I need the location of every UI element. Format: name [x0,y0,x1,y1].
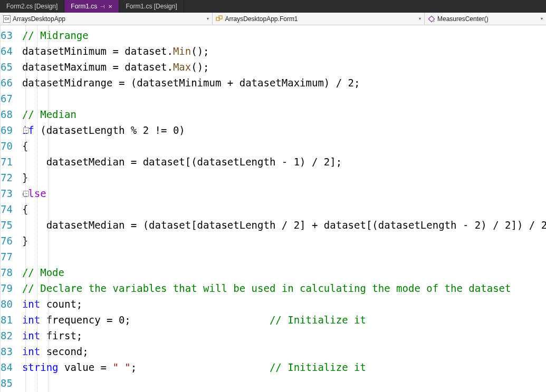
tab-label: Form1.cs [71,3,97,10]
code-line: int second; [22,344,546,359]
code-line: else [22,185,546,201]
line-number: 78 [1,264,13,280]
line-number: 73 [1,185,13,201]
line-number: 75 [1,217,13,233]
line-number: 72 [1,170,13,185]
code-line [22,375,546,391]
code-content[interactable]: // MidrangedatasetMinimum = dataset.Min(… [22,25,546,392]
line-number: 69 [1,122,13,138]
code-line: // Midrange [22,27,546,43]
line-number: 71 [1,154,13,170]
tab-label: Form1.cs [Design] [126,3,177,10]
method-icon [428,15,435,23]
line-number: 76 [1,233,13,249]
code-line: } [22,170,546,185]
code-line: int frequency = 0; // Initialize it [22,312,546,328]
code-line: { [22,138,546,154]
chevron-down-icon: ▾ [541,16,543,21]
line-number: 74 [1,201,13,217]
nav-member-dropdown[interactable]: MeasuresCenter() ▾ [425,13,546,25]
line-number: 85 [1,375,13,391]
line-number: 84 [1,359,13,375]
code-line [22,249,546,264]
line-number: 65 [1,59,13,75]
chevron-down-icon: ▾ [419,16,421,21]
line-number-gutter: 6364656667686970717273747576777879808182… [1,25,22,392]
tab-form2-design[interactable]: Form2.cs [Design] [0,0,64,13]
code-line: // Mode [22,264,546,280]
tab-form1-design[interactable]: Form1.cs [Design] [119,0,184,13]
line-number: 83 [1,344,13,359]
fold-toggle[interactable]: − [23,128,29,133]
code-line: if (datasetLength % 2 != 0) [22,122,546,138]
code-line: } [22,233,546,249]
nav-class-dropdown[interactable]: ArraysDesktopApp.Form1 ▾ [213,13,425,25]
code-line: int count; [22,296,546,312]
line-number: 67 [1,91,13,106]
line-number: 66 [1,75,13,91]
line-number: 64 [1,43,13,59]
line-number: 80 [1,296,13,312]
code-line: // Median [22,106,546,122]
code-line: datasetMaximum = dataset.Max(); [22,59,546,75]
code-line: datasetMedian = dataset[(datasetLength -… [22,154,546,170]
line-number: 68 [1,106,13,122]
class-icon [216,15,223,23]
code-line: string value = " "; // Initialize it [22,359,546,375]
line-number: 63 [1,27,13,43]
code-line: { [22,201,546,217]
nav-member-label: MeasuresCenter() [437,15,488,23]
navigation-bar: C# ArraysDesktopApp ▾ ArraysDesktopApp.F… [0,13,546,25]
code-line: // Declare the variables that will be us… [22,280,546,296]
line-number: 77 [1,249,13,264]
chevron-down-icon: ▾ [207,16,209,21]
code-editor[interactable]: 6364656667686970717273747576777879808182… [0,25,546,392]
line-number: 81 [1,312,13,328]
line-number: 82 [1,328,13,344]
nav-class-label: ArraysDesktopApp.Form1 [225,15,298,23]
tab-label: Form2.cs [Design] [6,3,58,10]
code-line: datasetMinimum = dataset.Min(); [22,43,546,59]
tab-form1-cs[interactable]: Form1.cs ⊣ ✕ [64,0,119,13]
svg-point-3 [433,20,435,22]
csharp-icon: C# [3,15,11,23]
line-number: 79 [1,280,13,296]
code-line [22,91,546,106]
close-icon[interactable]: ✕ [108,4,112,9]
code-line: int first; [22,328,546,344]
pin-icon[interactable]: ⊣ [100,4,105,9]
code-line: datasetMidrange = (datasetMinimum + data… [22,75,546,91]
code-line: datasetMedian = (dataset[datasetLength /… [22,217,546,233]
line-number: 70 [1,138,13,154]
tab-bar: Form2.cs [Design] Form1.cs ⊣ ✕ Form1.cs … [0,0,546,13]
nav-namespace-label: ArraysDesktopApp [13,15,65,23]
fold-toggle[interactable]: − [23,191,29,197]
nav-namespace-dropdown[interactable]: C# ArraysDesktopApp ▾ [0,13,212,25]
